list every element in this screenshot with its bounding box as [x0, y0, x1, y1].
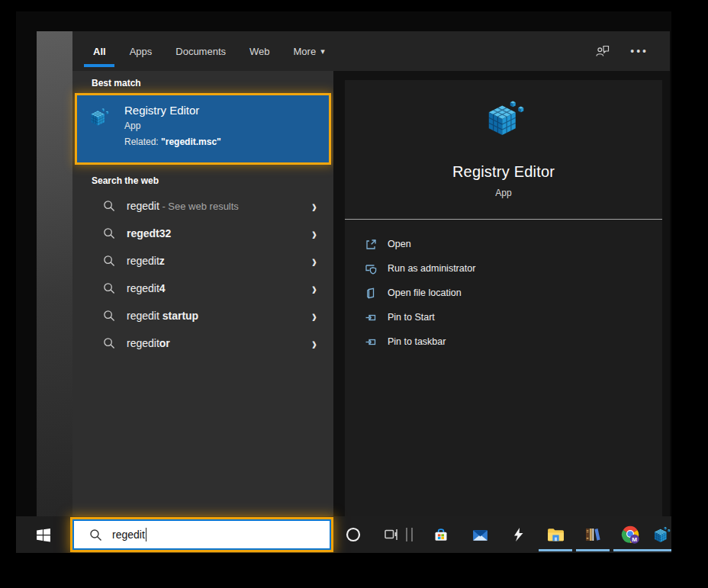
lightning-app-button[interactable] [501, 516, 536, 553]
open-action[interactable]: Open [345, 232, 662, 256]
search-icon [103, 227, 115, 239]
preview-title: Registry Editor [452, 163, 555, 181]
web-suggestion-row[interactable]: regedit - See web results › [72, 192, 333, 220]
chevron-right-icon[interactable]: › [312, 307, 317, 325]
running-indicator [539, 549, 572, 551]
microsoft-store-icon [433, 526, 449, 543]
search-icon [103, 310, 115, 322]
best-match-type: App [124, 120, 221, 131]
web-suggestion-row[interactable]: regeditor › [72, 329, 333, 357]
admin-shield-icon [365, 262, 378, 275]
chrome-icon: M [620, 525, 640, 545]
running-indicator [645, 549, 671, 551]
search-icon [103, 282, 115, 294]
web-suggestion-row[interactable]: regedt32 › [72, 220, 333, 247]
windows-logo-icon [35, 527, 51, 543]
taskbar-separator [406, 528, 413, 541]
best-match-result[interactable]: Registry Editor App Related: "regedit.ms… [75, 93, 331, 165]
open-file-location-action[interactable]: Open file location [345, 281, 662, 305]
divider [345, 219, 662, 220]
chevron-right-icon[interactable]: › [312, 334, 317, 352]
mail-icon [471, 526, 489, 544]
registry-editor-icon [652, 525, 671, 545]
task-view-button[interactable] [374, 516, 409, 553]
running-indicator [613, 549, 647, 551]
lightning-bolt-icon [511, 527, 526, 542]
search-results-column: Best match Registry Editor App Related: … [72, 71, 333, 516]
desktop-wallpaper [37, 31, 72, 516]
pin-icon [365, 336, 378, 349]
search-filter-tabbar: All Apps Documents Web More▾ ••• [72, 31, 670, 71]
task-view-icon [384, 527, 399, 542]
cortana-button[interactable] [336, 516, 371, 553]
desktop-screen: All Apps Documents Web More▾ ••• Best ma… [16, 11, 671, 553]
tab-apps[interactable]: Apps [128, 31, 154, 71]
best-match-section-title: Best match [72, 71, 333, 93]
tab-web[interactable]: Web [248, 31, 272, 71]
cortana-icon [345, 526, 362, 543]
web-suggestions-list: regedit - See web results › regedt32 › r… [72, 192, 333, 357]
svg-text:M: M [632, 536, 637, 543]
pin-to-taskbar-action[interactable]: Pin to taskbar [345, 329, 662, 354]
tab-documents[interactable]: Documents [174, 31, 227, 71]
taskbar: regedit [16, 516, 671, 553]
registry-editor-icon [88, 107, 109, 128]
microsoft-store-button[interactable] [423, 516, 459, 553]
pin-to-start-action[interactable]: Pin to Start [345, 305, 662, 329]
tab-all[interactable]: All [92, 31, 108, 71]
feedback-icon[interactable] [595, 43, 610, 59]
context-actions-list: Open Run as administrator [345, 232, 662, 354]
search-icon [89, 529, 102, 541]
chevron-right-icon[interactable]: › [312, 252, 317, 270]
file-explorer-button[interactable] [538, 516, 573, 553]
search-flyout-panel: All Apps Documents Web More▾ ••• Best ma… [72, 31, 670, 516]
web-suggestion-row[interactable]: regeditz › [72, 247, 333, 275]
search-web-section-title: Search the web [72, 165, 333, 191]
search-query-text: regedit [112, 529, 145, 541]
search-icon [103, 200, 115, 212]
registry-editor-icon [482, 98, 525, 143]
file-location-icon [365, 287, 378, 300]
more-options-icon[interactable]: ••• [630, 47, 648, 55]
best-match-title: Registry Editor [124, 104, 221, 117]
preview-pane: Registry Editor App Open [345, 80, 662, 516]
chevron-right-icon[interactable]: › [312, 279, 317, 297]
file-explorer-icon [546, 525, 565, 545]
preview-column: Registry Editor App Open [333, 71, 670, 516]
running-indicator [576, 549, 610, 551]
chevron-down-icon: ▾ [320, 47, 325, 56]
pin-icon [365, 311, 378, 324]
tab-more[interactable]: More▾ [292, 31, 327, 71]
search-icon [103, 337, 115, 349]
chevron-right-icon[interactable]: › [312, 197, 317, 215]
preview-type: App [495, 188, 511, 198]
registry-editor-taskbar-button[interactable] [643, 516, 671, 553]
run-as-administrator-action[interactable]: Run as administrator [345, 256, 662, 281]
books-app-button[interactable] [575, 516, 610, 553]
open-icon [365, 238, 378, 251]
search-icon [103, 255, 115, 267]
web-suggestion-row[interactable]: regedit4 › [72, 275, 333, 302]
best-match-related: Related: "regedit.msc" [124, 137, 221, 147]
web-suggestion-row[interactable]: regedit startup › [72, 302, 333, 329]
taskbar-search-box[interactable]: regedit [70, 517, 333, 552]
start-button[interactable] [16, 516, 70, 553]
chevron-right-icon[interactable]: › [312, 224, 317, 243]
text-cursor [146, 528, 147, 541]
mail-button[interactable] [462, 516, 497, 553]
books-icon [584, 525, 602, 544]
